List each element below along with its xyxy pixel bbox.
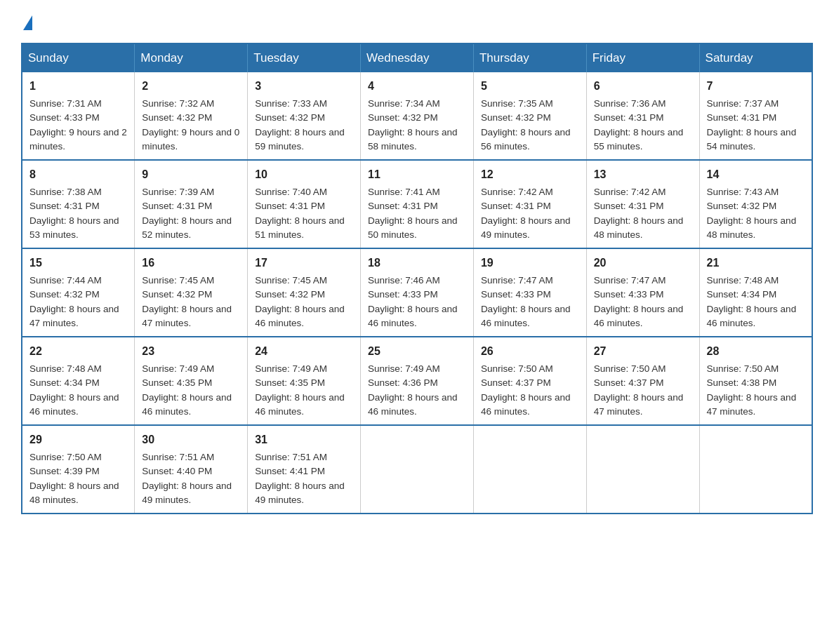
calendar-cell: 16Sunrise: 7:45 AMSunset: 4:32 PMDayligh… bbox=[135, 248, 248, 337]
day-number: 12 bbox=[481, 166, 579, 183]
day-number: 19 bbox=[481, 255, 579, 271]
day-number: 29 bbox=[29, 431, 127, 448]
day-number: 8 bbox=[29, 166, 127, 183]
day-number: 21 bbox=[707, 255, 805, 271]
day-number: 26 bbox=[481, 343, 579, 360]
day-number: 23 bbox=[142, 343, 240, 360]
day-number: 15 bbox=[29, 255, 127, 271]
calendar-cell: 27Sunrise: 7:50 AMSunset: 4:37 PMDayligh… bbox=[586, 337, 699, 425]
calendar-cell: 5Sunrise: 7:35 AMSunset: 4:32 PMDaylight… bbox=[473, 72, 586, 160]
day-number: 9 bbox=[142, 166, 240, 183]
day-of-week-header: Monday bbox=[135, 43, 248, 72]
calendar-cell: 8Sunrise: 7:38 AMSunset: 4:31 PMDaylight… bbox=[22, 160, 135, 248]
calendar-cell: 12Sunrise: 7:42 AMSunset: 4:31 PMDayligh… bbox=[473, 160, 586, 248]
day-number: 1 bbox=[29, 78, 127, 95]
day-number: 2 bbox=[142, 78, 240, 95]
calendar-cell: 9Sunrise: 7:39 AMSunset: 4:31 PMDaylight… bbox=[135, 160, 248, 248]
calendar-week-row: 22Sunrise: 7:48 AMSunset: 4:34 PMDayligh… bbox=[22, 337, 812, 425]
calendar-cell: 28Sunrise: 7:50 AMSunset: 4:38 PMDayligh… bbox=[699, 337, 812, 425]
calendar-cell: 11Sunrise: 7:41 AMSunset: 4:31 PMDayligh… bbox=[361, 160, 474, 248]
day-number: 17 bbox=[255, 255, 353, 271]
calendar-week-row: 15Sunrise: 7:44 AMSunset: 4:32 PMDayligh… bbox=[22, 248, 812, 337]
day-number: 30 bbox=[142, 431, 240, 448]
calendar-week-row: 1Sunrise: 7:31 AMSunset: 4:33 PMDaylight… bbox=[22, 72, 812, 160]
calendar-cell: 10Sunrise: 7:40 AMSunset: 4:31 PMDayligh… bbox=[248, 160, 361, 248]
day-number: 27 bbox=[594, 343, 692, 360]
calendar-cell: 19Sunrise: 7:47 AMSunset: 4:33 PMDayligh… bbox=[473, 248, 586, 337]
day-number: 24 bbox=[255, 343, 353, 360]
day-number: 22 bbox=[29, 343, 127, 360]
day-of-week-header: Thursday bbox=[473, 43, 586, 72]
calendar-cell: 30Sunrise: 7:51 AMSunset: 4:40 PMDayligh… bbox=[135, 425, 248, 514]
calendar-cell: 22Sunrise: 7:48 AMSunset: 4:34 PMDayligh… bbox=[22, 337, 135, 425]
day-number: 25 bbox=[368, 343, 466, 360]
calendar-week-row: 8Sunrise: 7:38 AMSunset: 4:31 PMDaylight… bbox=[22, 160, 812, 248]
day-of-week-header: Sunday bbox=[22, 43, 135, 72]
calendar-cell: 6Sunrise: 7:36 AMSunset: 4:31 PMDaylight… bbox=[586, 72, 699, 160]
calendar-cell: 26Sunrise: 7:50 AMSunset: 4:37 PMDayligh… bbox=[473, 337, 586, 425]
day-number: 31 bbox=[255, 431, 353, 448]
logo bbox=[21, 14, 32, 30]
calendar-cell: 17Sunrise: 7:45 AMSunset: 4:32 PMDayligh… bbox=[248, 248, 361, 337]
calendar-cell: 15Sunrise: 7:44 AMSunset: 4:32 PMDayligh… bbox=[22, 248, 135, 337]
day-number: 20 bbox=[594, 255, 692, 271]
calendar-cell: 24Sunrise: 7:49 AMSunset: 4:35 PMDayligh… bbox=[248, 337, 361, 425]
calendar-cell: 14Sunrise: 7:43 AMSunset: 4:32 PMDayligh… bbox=[699, 160, 812, 248]
calendar-cell: 29Sunrise: 7:50 AMSunset: 4:39 PMDayligh… bbox=[22, 425, 135, 514]
calendar-cell bbox=[361, 425, 474, 514]
day-of-week-header: Tuesday bbox=[248, 43, 361, 72]
day-number: 13 bbox=[594, 166, 692, 183]
day-number: 4 bbox=[368, 78, 466, 95]
calendar-cell: 31Sunrise: 7:51 AMSunset: 4:41 PMDayligh… bbox=[248, 425, 361, 514]
calendar-week-row: 29Sunrise: 7:50 AMSunset: 4:39 PMDayligh… bbox=[22, 425, 812, 514]
day-number: 16 bbox=[142, 255, 240, 271]
day-number: 11 bbox=[368, 166, 466, 183]
calendar-cell: 13Sunrise: 7:42 AMSunset: 4:31 PMDayligh… bbox=[586, 160, 699, 248]
page-header bbox=[21, 14, 813, 30]
day-number: 10 bbox=[255, 166, 353, 183]
calendar-cell: 3Sunrise: 7:33 AMSunset: 4:32 PMDaylight… bbox=[248, 72, 361, 160]
day-number: 18 bbox=[368, 255, 466, 271]
day-number: 3 bbox=[255, 78, 353, 95]
day-of-week-header: Wednesday bbox=[361, 43, 474, 72]
day-of-week-header: Friday bbox=[586, 43, 699, 72]
calendar-table: SundayMondayTuesdayWednesdayThursdayFrid… bbox=[21, 43, 813, 514]
calendar-cell bbox=[586, 425, 699, 514]
calendar-header-row: SundayMondayTuesdayWednesdayThursdayFrid… bbox=[22, 43, 812, 72]
calendar-cell: 20Sunrise: 7:47 AMSunset: 4:33 PMDayligh… bbox=[586, 248, 699, 337]
calendar-cell bbox=[699, 425, 812, 514]
day-number: 6 bbox=[594, 78, 692, 95]
calendar-cell: 4Sunrise: 7:34 AMSunset: 4:32 PMDaylight… bbox=[361, 72, 474, 160]
calendar-cell: 2Sunrise: 7:32 AMSunset: 4:32 PMDaylight… bbox=[135, 72, 248, 160]
calendar-cell: 1Sunrise: 7:31 AMSunset: 4:33 PMDaylight… bbox=[22, 72, 135, 160]
day-number: 7 bbox=[707, 78, 805, 95]
day-number: 5 bbox=[481, 78, 579, 95]
calendar-cell: 25Sunrise: 7:49 AMSunset: 4:36 PMDayligh… bbox=[361, 337, 474, 425]
day-number: 14 bbox=[707, 166, 805, 183]
calendar-cell: 18Sunrise: 7:46 AMSunset: 4:33 PMDayligh… bbox=[361, 248, 474, 337]
calendar-cell bbox=[473, 425, 586, 514]
calendar-cell: 7Sunrise: 7:37 AMSunset: 4:31 PMDaylight… bbox=[699, 72, 812, 160]
calendar-cell: 23Sunrise: 7:49 AMSunset: 4:35 PMDayligh… bbox=[135, 337, 248, 425]
day-number: 28 bbox=[707, 343, 805, 360]
calendar-cell: 21Sunrise: 7:48 AMSunset: 4:34 PMDayligh… bbox=[699, 248, 812, 337]
day-of-week-header: Saturday bbox=[699, 43, 812, 72]
